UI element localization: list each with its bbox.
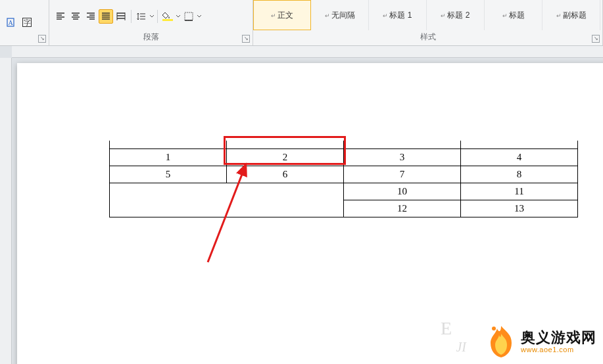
style-item-label: 副标题 — [563, 11, 587, 20]
line-spacing-dropdown[interactable] — [149, 14, 155, 18]
style-item-3[interactable]: ↵标题 2 — [427, 0, 485, 30]
ribbon: A 字 ↘ — [0, 0, 603, 46]
table-cell[interactable]: 1 — [110, 148, 227, 166]
character-border-button[interactable]: 字 — [20, 15, 34, 30]
svg-rect-4 — [162, 19, 173, 21]
table-row: 1011 — [110, 183, 578, 200]
font-dialog-launcher[interactable]: ↘ — [38, 35, 46, 43]
ribbon-group-styles: ↵正文↵无间隔↵标题 1↵标题 2↵标题↵副标题 样式 ↘ — [253, 0, 603, 45]
table-pad-cell[interactable] — [344, 141, 461, 148]
watermark-glyph-e: E — [441, 318, 452, 339]
svg-rect-5 — [185, 12, 193, 20]
ruler-vertical[interactable] — [0, 58, 12, 364]
table-cell[interactable]: 13 — [461, 200, 578, 217]
paragraph-dialog-launcher[interactable]: ↘ — [242, 35, 250, 43]
table-cell[interactable]: 7 — [344, 166, 461, 183]
styles-gallery: ↵正文↵无间隔↵标题 1↵标题 2↵标题↵副标题 — [253, 0, 602, 30]
ruler-horizontal[interactable] — [12, 46, 603, 58]
style-item-label: 标题 1 — [389, 11, 412, 20]
table-cell[interactable]: 4 — [461, 148, 578, 166]
styles-group-label: 样式 ↘ — [253, 30, 602, 45]
table-row: 5678 — [110, 166, 578, 183]
table-pad-cell[interactable] — [461, 141, 578, 148]
table-cell[interactable]: 12 — [344, 200, 461, 217]
style-item-label: 无间隔 — [331, 11, 355, 20]
highlight-button[interactable]: A — [4, 15, 18, 30]
style-item-label: 标题 2 — [447, 11, 470, 20]
align-right-button[interactable] — [84, 9, 98, 24]
style-item-0[interactable]: ↵正文 — [253, 0, 311, 30]
ribbon-group-paragraph: 段落 ↘ — [49, 0, 253, 45]
para-mark-icon: ↵ — [441, 12, 446, 19]
separator — [131, 10, 132, 23]
styles-dialog-launcher[interactable]: ↘ — [592, 35, 600, 43]
distribute-button[interactable] — [114, 9, 128, 24]
para-mark-icon: ↵ — [271, 12, 276, 19]
table-row: 1234 — [110, 148, 578, 166]
document-table[interactable]: 1234567810111213 — [109, 141, 578, 217]
watermark-url: www.aoe1.com — [521, 346, 596, 353]
align-left-button[interactable] — [53, 9, 68, 24]
borders-button[interactable] — [181, 9, 196, 24]
table-wrapper: 1234567810111213 — [109, 141, 578, 217]
table-cell[interactable]: 10 — [344, 183, 461, 200]
style-item-label: 正文 — [277, 11, 293, 20]
style-item-4[interactable]: ↵标题 — [485, 0, 543, 30]
align-justify-button[interactable] — [99, 9, 113, 24]
style-item-5[interactable]: ↵副标题 — [543, 0, 600, 30]
borders-dropdown[interactable] — [197, 14, 202, 18]
para-mark-icon: ↵ — [383, 12, 388, 19]
para-mark-icon: ↵ — [556, 12, 562, 19]
para-mark-icon: ↵ — [502, 12, 508, 19]
style-item-1[interactable]: ↵无间隔 — [311, 0, 369, 30]
table-cell[interactable]: 8 — [461, 166, 578, 183]
table-cell-merged[interactable] — [110, 183, 344, 217]
table-pad-cell[interactable] — [110, 141, 227, 148]
style-item-label: 标题 — [509, 11, 525, 20]
watermark-title: 奥义游戏网 — [521, 330, 596, 346]
style-item-2[interactable]: ↵标题 1 — [369, 0, 427, 30]
shading-button[interactable] — [160, 9, 175, 24]
watermark-glyph-u: JI — [456, 340, 466, 355]
paragraph-group-label: 段落 ↘ — [49, 30, 253, 45]
table-cell[interactable]: 6 — [227, 166, 344, 183]
line-spacing-button[interactable] — [134, 9, 149, 24]
page[interactable]: 1234567810111213 — [17, 63, 603, 364]
ribbon-group-font: A 字 ↘ — [0, 0, 49, 45]
table-cell[interactable]: 3 — [344, 148, 461, 166]
table-cell[interactable]: 5 — [110, 166, 227, 183]
svg-text:字: 字 — [24, 18, 31, 26]
flame-icon — [485, 325, 517, 359]
table-pad-cell[interactable] — [227, 141, 344, 148]
para-mark-icon: ↵ — [325, 12, 330, 19]
document-area: 1234567810111213 E JI — [0, 46, 603, 364]
svg-text:A: A — [8, 19, 13, 26]
shading-dropdown[interactable] — [176, 14, 181, 18]
align-center-button[interactable] — [68, 9, 83, 24]
table-cell[interactable]: 11 — [461, 183, 578, 200]
site-watermark: 奥义游戏网 www.aoe1.com — [485, 325, 596, 359]
table-cell[interactable]: 2 — [227, 148, 344, 166]
font-group-label: ↘ — [0, 41, 49, 45]
svg-point-7 — [492, 327, 496, 330]
separator — [157, 10, 158, 23]
